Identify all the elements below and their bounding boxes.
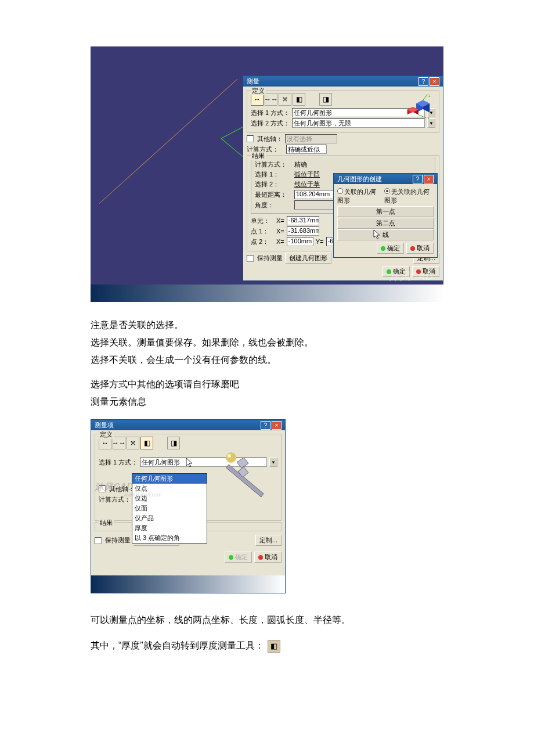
selection2-label: 选择 2 方式：: [251, 119, 290, 128]
r-sel1-label: 选择 1：: [255, 170, 292, 179]
dialog-title: 几何图形的创建: [337, 175, 382, 183]
caliper-icon: [223, 452, 269, 504]
angle-label: 角度：: [255, 201, 292, 210]
screenshot-measure-item-dialog: 测量项 ? × 定义 ↔ ↔↔ ⤧ ◧ ◨: [91, 419, 286, 593]
measure-chain-icon[interactable]: ↔↔: [265, 93, 277, 106]
measure-item-icon[interactable]: ◧: [140, 437, 153, 449]
measure-chain-icon[interactable]: ↔↔: [113, 437, 125, 449]
close-button[interactable]: ×: [272, 421, 282, 430]
create-geometry-button[interactable]: 创建几何图形: [285, 253, 331, 264]
cancel-button[interactable]: 取消: [254, 552, 282, 563]
results-label: 结果: [99, 519, 114, 527]
svg-line-8: [418, 115, 427, 118]
results-label: 结果: [251, 152, 266, 160]
thickness-tool-icon: ◧: [268, 640, 280, 653]
r-sel2-label: 选择 2：: [255, 180, 292, 189]
r-sel2-value: 线位于草: [294, 180, 320, 189]
point1-label: 点 1：: [251, 227, 274, 236]
r-calc-label: 计算方式：: [255, 160, 292, 169]
svg-line-6: [423, 95, 428, 100]
r-sel1-value: 弧位于凹: [294, 170, 320, 179]
body-text: 选择关联。测量值要保存。如果删除，线也会被删除。: [91, 336, 443, 350]
svg-text:2: 2: [428, 94, 430, 98]
decoration-strip: [91, 575, 285, 593]
point2-x: -100mm: [287, 237, 313, 246]
svg-marker-13: [237, 458, 248, 468]
measure-fan-icon[interactable]: ⤧: [279, 93, 291, 106]
create-geometry-dialog: 几何图形的创建 ? × 关联的几何图形 无关联的几何图形 第一点 第二点 线 确…: [333, 173, 438, 258]
svg-point-10: [226, 452, 236, 463]
dialog-titlebar[interactable]: 几何图形的创建 ? ×: [334, 174, 437, 184]
measure-item-icon[interactable]: ◧: [293, 93, 305, 106]
body-text: 选择不关联，会生成一个没有任何参数的线。: [91, 353, 443, 367]
body-text: 注意是否关联的选择。: [91, 318, 443, 332]
dropdown-option[interactable]: 任何几何图形: [132, 474, 207, 484]
ok-button: 确定: [225, 552, 252, 563]
selection1-label: 选择 1 方式：: [99, 458, 138, 467]
measure-fan-icon[interactable]: ⤧: [127, 437, 139, 449]
min-dist-label: 最短距离：: [255, 190, 292, 199]
body-text: 选择方式中其他的选项请自行琢磨吧: [91, 377, 443, 391]
dialog-title: 测量项: [95, 421, 114, 430]
body-text: 其中，“厚度”就会自动转到厚度测量工具： ◧: [91, 639, 443, 653]
dropdown-option[interactable]: 厚度: [132, 523, 207, 533]
dropdown-option[interactable]: 仅产品: [132, 513, 207, 523]
help-button[interactable]: ?: [418, 77, 428, 86]
decoration-strip: [91, 285, 443, 302]
selection-mode-dropdown[interactable]: 任何几何图形 仅点 仅边 仅面 仅产品 厚度 以 3 点确定的角: [132, 473, 207, 543]
measure-thickness-icon[interactable]: ◨: [167, 437, 180, 449]
dialog-titlebar[interactable]: 测量 ? ×: [243, 76, 443, 87]
selection1-label: 选择 1 方式：: [251, 109, 290, 117]
dialog-title: 测量: [247, 77, 259, 86]
r-calc-value: 精确: [294, 160, 307, 169]
keep-measure-checkbox[interactable]: [247, 255, 254, 262]
body-text: 测量元素信息: [91, 395, 443, 409]
dropdown-arrow-icon[interactable]: ▼: [269, 458, 277, 467]
sketch-line: [99, 79, 237, 204]
nonassoc-radio[interactable]: 无关联的几何图形: [384, 188, 434, 205]
cancel-button[interactable]: 取消: [406, 243, 434, 254]
dialog-titlebar[interactable]: 测量项 ? ×: [91, 420, 285, 430]
dropdown-option[interactable]: 以 3 点确定的角: [132, 533, 207, 543]
watermark-url: www.m.cad.com: [124, 492, 162, 498]
close-button[interactable]: ×: [430, 77, 439, 86]
watermark: 沐风CAD: [389, 269, 433, 283]
measure-thickness-icon[interactable]: ◨: [319, 93, 332, 106]
point2-label: 点 2：: [251, 237, 274, 246]
dropdown-option[interactable]: 仅面: [132, 503, 207, 513]
other-axis-value: 没有选择: [285, 134, 337, 143]
svg-text:1: 1: [427, 116, 429, 120]
unit-label: 单元：: [251, 217, 274, 225]
other-axis-checkbox[interactable]: [247, 135, 254, 142]
assoc-radio[interactable]: 关联的几何图形: [337, 188, 381, 205]
definition-label: 定义: [251, 87, 266, 95]
customize-button[interactable]: 定制...: [255, 535, 282, 546]
keep-measure-checkbox[interactable]: [95, 537, 102, 544]
cursor-icon: [373, 229, 381, 240]
other-axis-label: 其他轴：: [257, 135, 283, 143]
help-button[interactable]: ?: [261, 421, 270, 430]
line-button[interactable]: 线: [337, 229, 434, 240]
unit-x: -68.317mm: [287, 216, 319, 225]
point1-x: -31.683mm: [287, 226, 319, 236]
keep-measure-label: 保持测量: [257, 254, 283, 262]
calc-mode-value[interactable]: 精确或近似: [286, 145, 327, 154]
screenshot-measure-dialog: 108.204mm 测量 ? × 定义 ↔ ↔↔ ⤧: [91, 46, 443, 302]
keep-measure-label: 保持测量: [105, 536, 131, 545]
first-point-button[interactable]: 第一点: [337, 206, 434, 217]
help-button[interactable]: ?: [413, 175, 423, 183]
close-button[interactable]: ×: [424, 175, 434, 183]
iso-axes-icon: 2 1: [400, 93, 434, 122]
ok-button[interactable]: 确定: [377, 243, 404, 254]
measure-item-dialog: 测量项 ? × 定义 ↔ ↔↔ ⤧ ◧ ◨: [91, 419, 286, 593]
cursor-icon: [186, 458, 194, 468]
body-text: 可以测量点的坐标，线的两点坐标、长度，圆弧长度、半径等。: [91, 613, 443, 627]
definition-label: 定义: [99, 430, 114, 439]
svg-point-11: [228, 454, 231, 458]
second-point-button[interactable]: 第二点: [337, 218, 434, 229]
